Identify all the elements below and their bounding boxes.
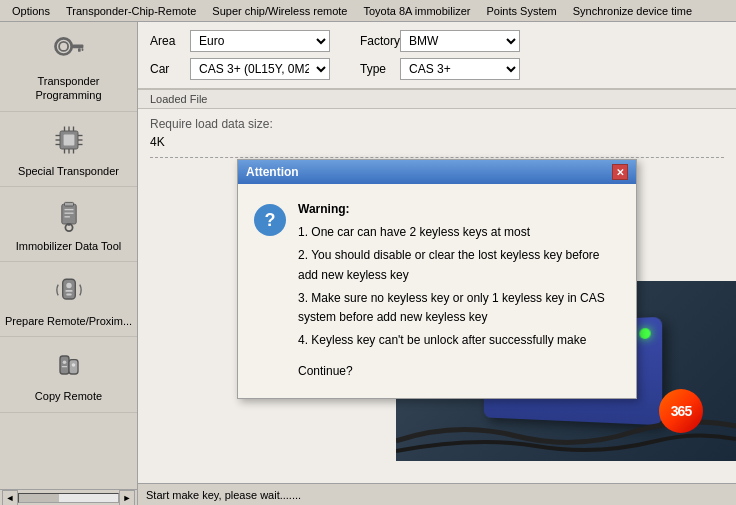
sidebar-label-immobilizer: Immobilizer Data Tool	[16, 239, 122, 253]
menu-bar: Options Transponder-Chip-Remote Super ch…	[0, 0, 736, 22]
area-label: Area	[150, 34, 190, 48]
dialog-info-icon: ?	[254, 204, 286, 236]
svg-rect-28	[65, 290, 72, 292]
chip-icon	[49, 120, 89, 160]
scrollbar-track[interactable]	[18, 493, 119, 503]
sidebar-scroll[interactable]: Transponder Programming	[0, 22, 137, 489]
warning-item-2: 2. You should disable or clear the lost …	[298, 246, 620, 284]
sidebar-item-copy-remote[interactable]: Copy Remote	[0, 337, 137, 412]
sidebar-item-special-transponder[interactable]: Special Transponder	[0, 112, 137, 187]
dialog-overlay: Attention ✕ ? Warning: 1. One car can ha…	[138, 109, 736, 483]
type-select[interactable]: CAS 3+	[400, 58, 520, 80]
dialog-content: Warning: 1. One car can have 2 keyless k…	[298, 200, 620, 382]
svg-rect-3	[78, 48, 81, 52]
menu-sync[interactable]: Synchronize device time	[565, 3, 700, 19]
sidebar-label-prepare: Prepare Remote/Proxim...	[5, 314, 132, 328]
content-body-wrapper: Require load data size: 4K	[138, 109, 736, 483]
svg-rect-33	[61, 366, 66, 367]
scrollbar-thumb	[19, 494, 59, 502]
svg-rect-6	[63, 134, 74, 145]
content-area: Area Euro Factory BMW Car CAS 3+ (0L15Y,…	[138, 22, 736, 505]
dialog-close-button[interactable]: ✕	[612, 164, 628, 180]
car-select[interactable]: CAS 3+ (0L15Y, 0M23S)	[190, 58, 330, 80]
svg-point-34	[71, 364, 75, 368]
svg-rect-2	[70, 45, 83, 49]
svg-rect-29	[66, 294, 71, 296]
svg-point-27	[66, 283, 71, 288]
sidebar: Transponder Programming	[0, 22, 138, 505]
menu-points[interactable]: Points System	[478, 3, 564, 19]
sidebar-item-prepare-remote[interactable]: Prepare Remote/Proxim...	[0, 262, 137, 337]
factory-label: Factory	[360, 34, 400, 48]
form-row-area: Area Euro Factory BMW	[150, 30, 724, 52]
menu-super-chip[interactable]: Super chip/Wireless remote	[204, 3, 355, 19]
loaded-file-label: Loaded File	[150, 93, 208, 105]
warning-item-4: 4. Keyless key can't be unlock after suc…	[298, 331, 620, 350]
warning-item-1: 1. One car can have 2 keyless keys at mo…	[298, 223, 620, 242]
menu-toyota[interactable]: Toyota 8A immobilizer	[355, 3, 478, 19]
menu-options[interactable]: Options	[4, 3, 58, 19]
form-area: Area Euro Factory BMW Car CAS 3+ (0L15Y,…	[138, 22, 736, 89]
scroll-left-btn[interactable]: ◄	[2, 490, 18, 506]
loaded-file-bar: Loaded File	[138, 89, 736, 109]
copy-icon	[49, 345, 89, 385]
main-container: Transponder Programming	[0, 22, 736, 505]
svg-rect-19	[61, 204, 75, 224]
svg-rect-20	[64, 202, 73, 206]
dialog-titlebar: Attention ✕	[238, 160, 636, 184]
svg-rect-30	[60, 356, 69, 374]
tool-icon	[49, 195, 89, 235]
menu-transponder-chip-remote[interactable]: Transponder-Chip-Remote	[58, 3, 204, 19]
sidebar-label-copy: Copy Remote	[35, 389, 102, 403]
sidebar-label-transponder: Transponder Programming	[4, 74, 133, 103]
svg-rect-4	[81, 48, 83, 51]
car-label: Car	[150, 62, 190, 76]
area-select[interactable]: Euro	[190, 30, 330, 52]
svg-point-32	[62, 361, 66, 365]
prepare-icon	[49, 270, 89, 310]
dialog-title: Attention	[246, 165, 299, 179]
attention-dialog: Attention ✕ ? Warning: 1. One car can ha…	[237, 159, 637, 399]
svg-point-1	[59, 42, 68, 51]
status-text: Start make key, please wait.......	[146, 489, 301, 501]
svg-point-0	[55, 38, 71, 54]
svg-rect-26	[62, 279, 75, 299]
sidebar-scrollbar[interactable]: ◄ ►	[0, 489, 137, 505]
warning-item-3: 3. Make sure no keyless key or only 1 ke…	[298, 289, 620, 327]
sidebar-item-immobilizer[interactable]: Immobilizer Data Tool	[0, 187, 137, 262]
type-label: Type	[360, 62, 400, 76]
factory-select[interactable]: BMW	[400, 30, 520, 52]
dialog-body: ? Warning: 1. One car can have 2 keyless…	[238, 184, 636, 398]
dialog-warning-list: 1. One car can have 2 keyless keys at mo…	[298, 223, 620, 350]
key-icon	[49, 30, 89, 70]
scroll-right-btn[interactable]: ►	[119, 490, 135, 506]
status-bar: Start make key, please wait.......	[138, 483, 736, 505]
dialog-warning-title: Warning:	[298, 200, 620, 219]
sidebar-label-special: Special Transponder	[18, 164, 119, 178]
sidebar-item-transponder-programming[interactable]: Transponder Programming	[0, 22, 137, 112]
form-row-car: Car CAS 3+ (0L15Y, 0M23S) Type CAS 3+	[150, 58, 724, 80]
dialog-continue-text: Continue?	[298, 362, 620, 381]
